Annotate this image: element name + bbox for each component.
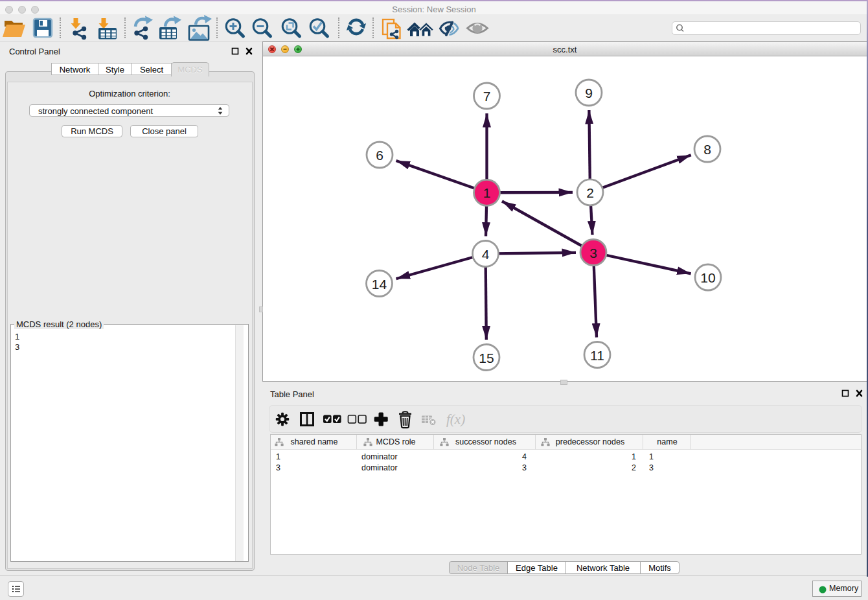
svg-text:2: 2	[586, 185, 594, 200]
svg-text:7: 7	[483, 89, 491, 104]
svg-text:f(x): f(x)	[446, 411, 465, 427]
svg-text:15: 15	[479, 351, 494, 365]
svg-text:14: 14	[372, 277, 387, 292]
svg-text:6: 6	[376, 148, 383, 163]
svg-text:4: 4	[482, 247, 490, 262]
svg-text:3: 3	[589, 246, 597, 260]
svg-text:9: 9	[585, 86, 593, 100]
svg-text:1: 1	[483, 185, 491, 200]
svg-text:10: 10	[700, 270, 715, 285]
svg-text:8: 8	[703, 142, 711, 157]
svg-text:11: 11	[590, 348, 604, 363]
